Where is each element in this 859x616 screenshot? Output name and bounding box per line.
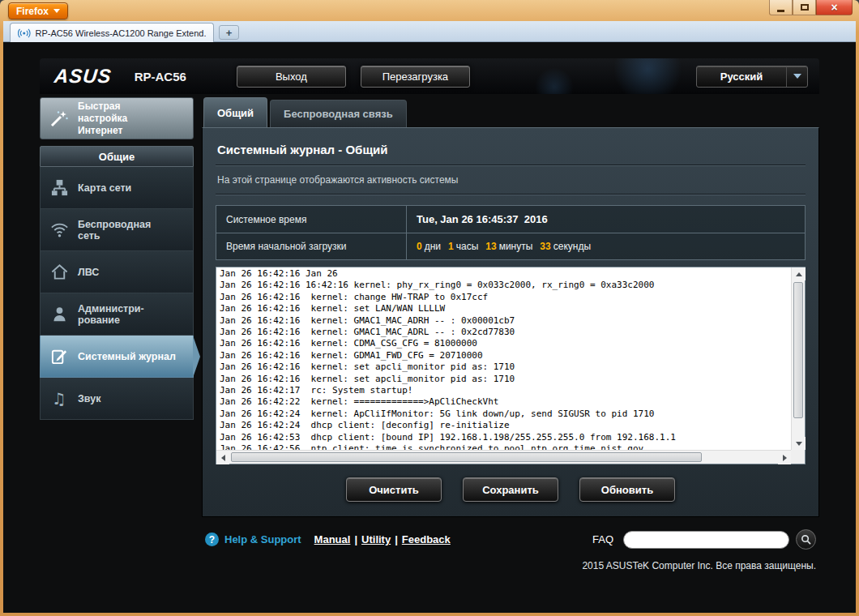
feedback-link[interactable]: Feedback [402,533,451,545]
scrollbar-corner [791,450,805,464]
logout-button[interactable]: Выход [237,66,346,88]
system-time-label: Системное время [216,206,407,233]
sidebar-item-label: Администри- рование [78,303,144,326]
sidebar-item-label: Беспроводная сеть [78,219,151,242]
asus-logo: ASUS [53,65,113,88]
sidebar-item-system-log[interactable]: Системный журнал [40,336,194,378]
browser-window: Firefox × RP-AC56 Wireless-AC1200 Range … [0,0,859,616]
sidebar-item-wireless[interactable]: Беспроводная сеть [40,209,194,251]
maximize-button[interactable] [793,0,816,15]
scroll-left-arrow[interactable] [216,451,229,464]
sidebar-item-lan[interactable]: ЛВС [40,251,194,293]
link-separator: | [395,533,398,545]
divider [216,194,806,195]
close-icon: × [831,1,837,14]
chevron-down-icon [793,74,801,79]
uptime-seconds-num: 33 [540,241,550,252]
help-icon: ? [205,533,219,546]
browser-titlebar: Firefox × [0,0,859,21]
music-note-icon: ♫ [41,391,78,407]
language-select[interactable]: Русский [696,66,808,88]
clear-button[interactable]: Очистить [346,477,442,502]
home-icon [41,263,78,281]
arrow-left-icon [221,455,225,461]
sidebar-item-quick-setup[interactable]: Быстрая настройка Интернет [40,97,194,139]
sidebar-item-label: Быстрая настройка Интернет [78,101,127,137]
vertical-scroll-thumb[interactable] [793,282,803,418]
admin-user-icon [41,305,78,323]
maximize-icon [801,4,809,11]
section-title: Общие [99,151,135,163]
sidebar-item-sound[interactable]: ♫ Звук [40,378,194,420]
window-controls: × [769,0,853,15]
scroll-up-arrow[interactable] [792,267,806,280]
uptime-minutes-unit: минуты [499,241,533,252]
content-tabs: Общий Беспроводная связь [202,97,819,127]
network-map-icon [41,178,78,197]
link-separator: | [354,533,357,545]
uptime-days-num: 0 [417,241,422,252]
sidebar-item-network-map[interactable]: Карта сети [40,167,194,209]
faq-search-input[interactable] [623,531,789,549]
vertical-scrollbar[interactable] [791,267,805,450]
log-text[interactable]: Jan 26 16:42:16 Jan 26 Jan 26 16:42:16 1… [216,267,791,450]
browser-tabbar: RP-AC56 Wireless-AC1200 Range Extend... … [3,21,856,42]
uptime-days-unit: дни [425,241,441,252]
sidebar-section-general: Общие [40,146,194,167]
sidebar-item-label: Системный журнал [78,351,176,362]
sidebar-item-label: Звук [78,393,100,404]
page-description: На этой странице отображаются активность… [216,166,806,194]
magic-wand-icon [41,109,78,128]
main-content: Общий Беспроводная связь Системный журна… [202,97,819,571]
uptime-value: 0дни1часы13минуты33секунды [407,233,806,260]
arrow-right-icon [783,455,787,461]
minimize-icon [777,10,784,12]
close-button[interactable]: × [816,0,853,15]
uptime-hours-num: 1 [448,241,454,252]
tab-general[interactable]: Общий [203,97,267,127]
app-header: ASUS RP-AC56 Выход Перезагрузка Русский [40,58,819,94]
model-name: RP-AC56 [135,70,186,83]
arrow-up-icon [796,272,802,276]
new-tab-button[interactable]: + [219,25,239,40]
help-support-link[interactable]: Help & Support [224,533,301,545]
horizontal-scrollbar[interactable] [216,450,791,464]
tab-wireless-log[interactable]: Беспроводная связь [270,100,407,127]
chevron-down-icon [53,9,60,13]
action-buttons: Очистить Сохранить Обновить [216,477,806,502]
app-body: Быстрая настройка Интернет Общие [40,97,819,571]
log-panel: Системный журнал - Общий На этой страниц… [202,127,819,517]
system-time-value: Tue, Jan 26 16:45:37 2016 [407,206,806,233]
tab-title: RP-AC56 Wireless-AC1200 Range Extend... [36,28,206,38]
search-icon [801,534,811,545]
sidebar: Быстрая настройка Интернет Общие [40,97,194,420]
scroll-right-arrow[interactable] [778,451,791,464]
uptime-seconds-unit: секунды [553,241,591,252]
language-dropdown-arrow [786,66,807,87]
system-log-textarea[interactable]: Jan 26 16:42:16 Jan 26 Jan 26 16:42:16 1… [216,267,806,464]
minimize-button[interactable] [769,0,793,15]
plus-icon: + [226,27,233,39]
refresh-button[interactable]: Обновить [579,477,675,502]
firefox-menu-button[interactable]: Firefox [8,2,68,19]
utility-link[interactable]: Utility [361,533,391,545]
copyright-text: 2015 ASUSTeK Computer Inc. Все права защ… [202,560,819,571]
table-row: Время начальной загрузки 0дни1часы13мину… [216,233,806,260]
faq-search-button[interactable] [796,529,816,550]
wifi-icon [41,220,78,239]
browser-tab[interactable]: RP-AC56 Wireless-AC1200 Range Extend... [10,23,214,42]
footer: ? Help & Support Manual | Utility | Feed… [202,529,819,550]
system-info-table: Системное время Tue, Jan 26 16:45:37 201… [216,205,806,260]
arrow-down-icon [796,442,802,446]
reboot-button[interactable]: Перезагрузка [361,66,470,88]
horizontal-scroll-thumb[interactable] [231,452,702,462]
scroll-down-arrow[interactable] [792,437,806,450]
page-content: ASUS RP-AC56 Выход Перезагрузка Русский [3,42,856,613]
uptime-label: Время начальной загрузки [216,233,407,260]
tab-label: Общий [217,107,254,119]
save-button[interactable]: Сохранить [463,477,558,502]
faq-label: FAQ [592,533,613,545]
language-value: Русский [697,71,786,83]
manual-link[interactable]: Manual [314,533,351,545]
sidebar-item-administration[interactable]: Администри- рование [40,293,194,336]
